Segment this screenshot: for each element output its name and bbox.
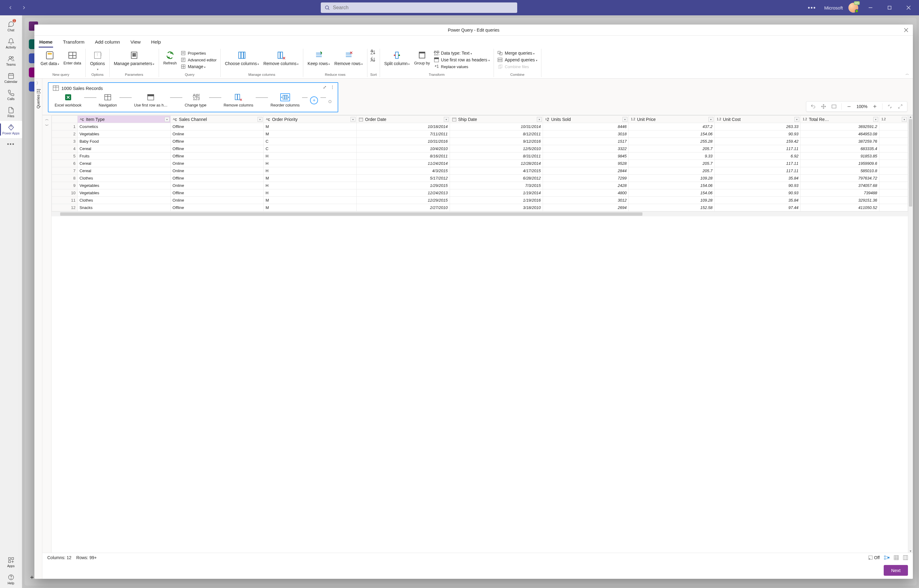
sort-asc-button[interactable]: AZ bbox=[370, 49, 377, 55]
rail-help[interactable]: Help bbox=[0, 571, 22, 588]
column-filter-button[interactable]: ▾ bbox=[622, 117, 627, 122]
add-step-button[interactable]: + bbox=[310, 96, 318, 104]
close-window-button[interactable] bbox=[902, 1, 915, 15]
expand-up-button[interactable]: ︿ bbox=[45, 116, 49, 122]
fit-button[interactable] bbox=[831, 103, 837, 110]
diagram-step[interactable]: Navigation bbox=[97, 93, 119, 107]
manage-query-button[interactable]: Manage bbox=[179, 63, 218, 69]
ribbon-tab-add-column[interactable]: Add column bbox=[94, 37, 121, 48]
properties-button[interactable]: Properties bbox=[179, 50, 218, 56]
user-avatar[interactable]: MS bbox=[848, 3, 858, 13]
remove-columns-button[interactable]: Remove columns bbox=[262, 49, 300, 67]
nav-forward-button[interactable] bbox=[18, 2, 30, 14]
append-queries-button[interactable]: Append queries bbox=[496, 57, 539, 63]
column-header[interactable]: 1.2▾ bbox=[879, 116, 908, 123]
column-header[interactable]: Order Date▾ bbox=[357, 116, 450, 123]
table-row[interactable]: 9VegetablesOnlineH1/29/20157/3/201524281… bbox=[52, 182, 908, 189]
column-filter-button[interactable]: ▾ bbox=[444, 117, 449, 122]
query-diagram[interactable]: 1000 Sales Records ⤢ ⋮ Excel workbookNav… bbox=[48, 82, 338, 112]
ribbon-tab-view[interactable]: View bbox=[130, 37, 141, 48]
group-by-button[interactable]: Group by bbox=[412, 49, 431, 66]
auto-refresh-toggle[interactable]: Off bbox=[868, 555, 880, 560]
next-button[interactable]: Next bbox=[884, 565, 908, 576]
data-grid[interactable]: AcItem Type▾AcSales Channel▾AcOrder Prio… bbox=[52, 115, 908, 553]
column-filter-button[interactable]: ▾ bbox=[873, 117, 878, 122]
keep-rows-button[interactable]: Keep rows bbox=[306, 49, 332, 67]
undo-button[interactable] bbox=[810, 103, 816, 110]
merge-queries-button[interactable]: Merge queries bbox=[496, 50, 539, 56]
enter-data-button[interactable]: Enter data bbox=[62, 49, 83, 66]
rail-item-calendar[interactable]: Calendar bbox=[0, 69, 22, 87]
rail-item-teams[interactable]: Teams bbox=[0, 52, 22, 69]
column-filter-button[interactable]: ▾ bbox=[165, 117, 170, 122]
table-row[interactable]: 1CosmeticsOfflineM10/18/201410/31/201484… bbox=[52, 123, 908, 131]
rail-item-power-apps[interactable]: Power Apps bbox=[0, 121, 22, 138]
column-filter-button[interactable]: ▾ bbox=[350, 117, 355, 122]
step-view-button[interactable] bbox=[884, 555, 890, 560]
table-row[interactable]: 5FruitsOfflineH8/16/20118/31/201198459.3… bbox=[52, 152, 908, 160]
ribbon-tab-transform[interactable]: Transform bbox=[62, 37, 85, 48]
table-row[interactable]: 2VegetablesOnlineM7/11/20118/12/20113018… bbox=[52, 131, 908, 138]
column-view-button[interactable] bbox=[903, 555, 908, 560]
first-row-headers-button[interactable]: Use first row as headers bbox=[433, 57, 491, 63]
rail-apps[interactable]: Apps bbox=[0, 554, 22, 571]
collapse-ribbon-button[interactable]: ︿ bbox=[906, 71, 909, 76]
options-button[interactable]: Options bbox=[88, 49, 107, 72]
vertical-scrollbar[interactable]: ▲▼ bbox=[908, 115, 913, 553]
column-filter-button[interactable]: ▾ bbox=[537, 117, 542, 122]
ribbon-tab-help[interactable]: Help bbox=[150, 37, 162, 48]
sort-desc-button[interactable]: ZA bbox=[370, 57, 377, 62]
rail-more-button[interactable]: ••• bbox=[0, 138, 22, 150]
maximize-button[interactable] bbox=[883, 1, 896, 15]
column-filter-button[interactable]: ▾ bbox=[795, 117, 799, 122]
column-filter-button[interactable]: ▾ bbox=[708, 117, 713, 122]
dialog-close-button[interactable] bbox=[903, 27, 909, 33]
nav-back-button[interactable] bbox=[4, 2, 16, 14]
table-row[interactable]: 3Baby FoodOfflineC10/31/20169/12/2016151… bbox=[52, 138, 908, 145]
choose-columns-button[interactable]: Choose columns bbox=[223, 49, 261, 67]
column-header[interactable]: AcItem Type▾ bbox=[78, 116, 170, 123]
rail-item-files[interactable]: Files bbox=[0, 104, 22, 121]
column-header[interactable]: AcOrder Priority▾ bbox=[264, 116, 357, 123]
column-header[interactable]: 12Units Sold▾ bbox=[543, 116, 628, 123]
column-header[interactable]: 1.2Unit Cost▾ bbox=[715, 116, 801, 123]
column-header[interactable]: AcSales Channel▾ bbox=[171, 116, 264, 123]
zoom-out-button[interactable]: − bbox=[846, 103, 852, 110]
diagram-step[interactable]: Remove columns bbox=[222, 93, 255, 107]
rail-item-calls[interactable]: Calls bbox=[0, 87, 22, 104]
column-filter-button[interactable]: ▾ bbox=[902, 117, 907, 122]
rail-item-activity[interactable]: Activity bbox=[0, 35, 22, 52]
rail-item-chat[interactable]: Chat1 bbox=[0, 18, 22, 35]
table-row[interactable]: 8ClothesOfflineM5/17/20126/28/2012729910… bbox=[52, 174, 908, 182]
column-header[interactable]: 1.2Unit Price▾ bbox=[628, 116, 715, 123]
more-button[interactable]: ••• bbox=[805, 1, 819, 15]
grid-view-button[interactable] bbox=[894, 555, 899, 560]
collapse-diagram-button[interactable]: ⤢ bbox=[323, 85, 326, 90]
diagram-step[interactable]: ABC123Change type bbox=[183, 93, 208, 107]
horizontal-scrollbar[interactable] bbox=[52, 212, 908, 216]
replace-values-button[interactable]: 1→2Replace values bbox=[433, 63, 491, 69]
table-row[interactable]: 10VegetablesOfflineH12/24/20131/19/20144… bbox=[52, 189, 908, 197]
split-column-button[interactable]: Split column bbox=[383, 49, 412, 67]
mini-collapse-button[interactable] bbox=[887, 103, 893, 110]
manage-parameters-button[interactable]: Manage parameters bbox=[112, 49, 156, 67]
diagram-step[interactable]: Excel workbook bbox=[53, 93, 84, 107]
diagram-menu-button[interactable]: ⋮ bbox=[330, 85, 334, 90]
diagram-step[interactable]: Use first row as h… bbox=[132, 93, 170, 107]
diagram-step[interactable]: Reorder columns bbox=[268, 93, 301, 107]
pan-button[interactable] bbox=[820, 103, 827, 110]
column-header[interactable]: 1.2Total Re…▾ bbox=[801, 116, 879, 123]
data-type-button[interactable]: ABC123Data type: Text bbox=[433, 50, 491, 56]
table-row[interactable]: 12SnacksOfflineM2/27/20103/18/2010269415… bbox=[52, 204, 908, 212]
column-filter-button[interactable]: ▾ bbox=[258, 117, 262, 122]
zoom-in-button[interactable]: + bbox=[872, 103, 878, 110]
refresh-button[interactable]: Refresh bbox=[162, 49, 179, 66]
table-row[interactable]: 6CerealOnlineH11/24/201412/28/2014952820… bbox=[52, 160, 908, 167]
ribbon-tab-home[interactable]: Home bbox=[39, 37, 53, 48]
remove-rows-button[interactable]: Remove rows bbox=[333, 49, 365, 67]
minimize-button[interactable] bbox=[864, 1, 877, 15]
search-input[interactable] bbox=[333, 5, 514, 11]
table-row[interactable]: 4CerealOfflineC10/4/201012/5/20103322205… bbox=[52, 145, 908, 152]
advanced-editor-button[interactable]: Advanced editor bbox=[179, 57, 218, 63]
search-box[interactable] bbox=[321, 2, 517, 13]
